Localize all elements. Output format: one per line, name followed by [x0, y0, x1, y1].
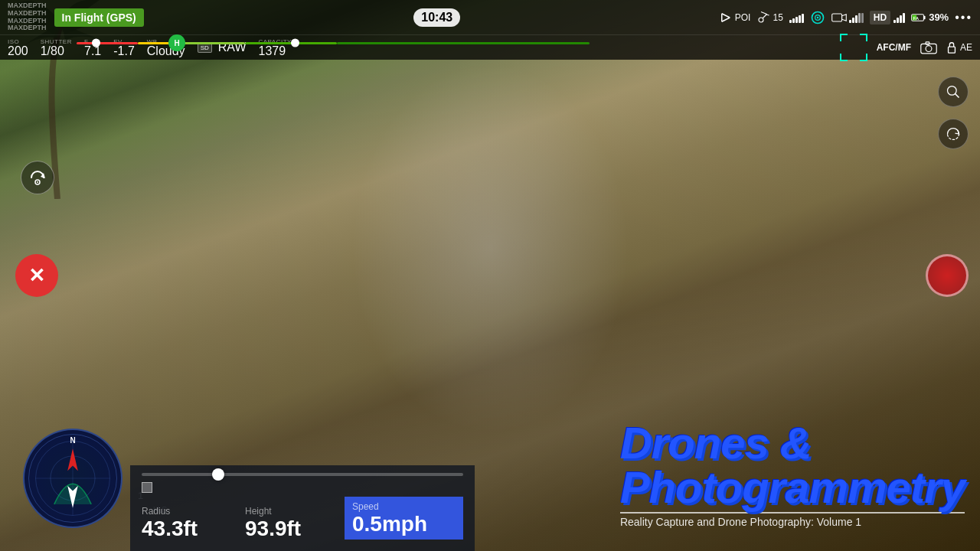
hd-bars — [893, 12, 905, 23]
svg-line-6 — [761, 11, 767, 14]
svg-point-21 — [37, 181, 38, 183]
iso-setting: ISO 200 — [8, 38, 28, 57]
slider-h-marker[interactable]: H — [168, 34, 185, 51]
hdbar-2 — [897, 18, 899, 23]
poi-icon — [719, 11, 733, 24]
slider-dot-left[interactable] — [92, 39, 100, 47]
satellite-icon — [756, 11, 770, 24]
vbar-5 — [861, 13, 864, 23]
vbar-2 — [852, 18, 854, 23]
svg-line-0 — [722, 13, 730, 17]
hdbar-3 — [900, 15, 902, 23]
wm-line-4: MAXDEPTH — [8, 24, 47, 32]
video-icon — [831, 12, 847, 23]
orbit-slider-thumb[interactable] — [212, 468, 224, 481]
vbar-3 — [855, 15, 858, 23]
record-button[interactable] — [926, 254, 969, 297]
poi-label: POI — [735, 12, 751, 23]
gimbal-indicator[interactable] — [810, 10, 825, 25]
height-metric: Height 93.9ft — [245, 506, 348, 540]
camera-icon — [920, 41, 937, 54]
bar-4 — [799, 15, 801, 23]
orbit-data-panel: Radius 43.3ft Height 93.9ft Speed 0.5mph — [130, 465, 475, 551]
gimbal-reset-button[interactable] — [21, 161, 54, 194]
brand-title-line2: Photogrammetry — [620, 462, 965, 512]
more-options-button[interactable]: ••• — [955, 11, 972, 24]
cam-right-controls: AFC/MF AE — [840, 34, 972, 61]
zoom-icon — [946, 84, 961, 99]
bar-1 — [789, 20, 792, 23]
ae-label: AE — [960, 42, 972, 53]
brand-divider — [620, 512, 965, 514]
close-button[interactable]: ✕ — [15, 254, 58, 297]
hd-badge: HD — [870, 11, 890, 24]
flight-timer: 10:43 — [413, 8, 460, 27]
slider-red — [77, 42, 138, 44]
iso-value[interactable]: 200 — [8, 45, 28, 57]
bracket-bl — [840, 54, 848, 61]
watermark: MAXDEPTH MAXDEPTH MAXDEPTH MAXDEPTH — [8, 2, 47, 33]
video-bars — [849, 12, 864, 23]
vbar-1 — [849, 20, 851, 23]
mode-indicator-icon — [142, 482, 152, 493]
slider-green: H — [245, 42, 337, 44]
right-controls — [938, 77, 969, 149]
rotate-icon — [946, 126, 961, 142]
metrics-row: Radius 43.3ft Height 93.9ft Speed 0.5mph — [142, 497, 463, 540]
battery-indicator: FA 39% — [911, 11, 949, 23]
shutter-value[interactable]: 1/80 — [41, 45, 64, 57]
top-center-area: 10:43 — [155, 8, 719, 27]
slider-dark-green — [337, 42, 590, 44]
ae-button[interactable]: AE — [946, 41, 972, 54]
svg-point-22 — [948, 86, 957, 96]
branding-overlay: Drones & Photogrammetry Reality Capture … — [620, 421, 965, 528]
radius-value: 43.3ft — [142, 518, 245, 540]
exposure-slider[interactable]: H — [77, 35, 590, 51]
bar-2 — [792, 18, 795, 23]
close-icon: ✕ — [28, 264, 45, 288]
gimbal-reset-icon — [28, 168, 47, 187]
svg-point-16 — [926, 46, 932, 52]
battery-percent: 39% — [929, 11, 949, 23]
slider-dot-right[interactable] — [291, 39, 299, 47]
bracket-tl — [840, 34, 848, 41]
compass-container: N — [23, 429, 122, 528]
signal-strength — [789, 12, 804, 23]
svg-line-23 — [956, 94, 959, 98]
hdbar-1 — [893, 20, 896, 23]
svg-rect-18 — [949, 47, 956, 53]
satellite-count: 15 — [773, 12, 782, 23]
rotate-button[interactable] — [938, 119, 969, 149]
flight-status-badge: In Flight (GPS) — [54, 8, 144, 27]
bracket-tr — [860, 34, 867, 41]
radius-label: Radius — [142, 506, 245, 517]
signal-bars — [789, 12, 804, 23]
svg-rect-12 — [924, 15, 926, 18]
bar-5 — [802, 14, 804, 23]
speed-value: 0.5mph — [352, 514, 456, 535]
svg-rect-10 — [832, 14, 842, 21]
height-label: Height — [245, 506, 348, 517]
battery-icon: FA — [911, 12, 926, 23]
height-value: 93.9ft — [245, 518, 348, 540]
video-indicator[interactable] — [831, 12, 864, 23]
slider-light-green — [184, 42, 245, 44]
mode-icon-row — [142, 482, 463, 493]
satellite-indicator: 15 — [756, 11, 782, 24]
compass: N — [23, 429, 122, 528]
speed-metric: Speed 0.5mph — [345, 497, 463, 540]
vbar-4 — [858, 13, 861, 23]
focus-bracket-button[interactable] — [840, 34, 867, 61]
focus-mode-toggle[interactable]: AFC/MF — [877, 42, 911, 53]
hdbar-4 — [903, 13, 905, 23]
poi-indicator[interactable]: POI — [719, 11, 751, 24]
svg-text:FA: FA — [913, 15, 919, 20]
zoom-in-button[interactable] — [938, 77, 969, 107]
top-right-icons: POI 15 — [719, 10, 972, 25]
shutter-setting: SHUTTER 1/80 — [41, 38, 72, 57]
gimbal-icon — [810, 10, 825, 25]
svg-rect-17 — [926, 42, 929, 44]
compass-grid — [24, 430, 121, 527]
orbit-slider-control[interactable] — [142, 473, 463, 476]
orbit-slider-track[interactable] — [142, 473, 463, 476]
